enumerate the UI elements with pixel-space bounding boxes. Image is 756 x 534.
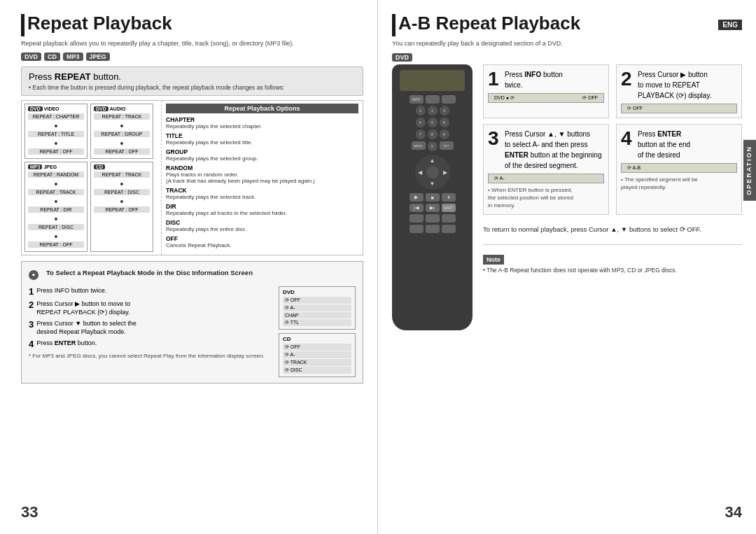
- title-bar-left: [21, 14, 24, 36]
- press-repeat-note: • Each time the button is pressed during…: [29, 84, 356, 91]
- left-title: Repeat Playback: [27, 13, 172, 34]
- dvd-v-opt2: REPEAT : TITLE: [28, 131, 84, 137]
- remote-btn-3: [442, 95, 456, 104]
- cd-opt3: REPEAT : OFF: [94, 206, 150, 213]
- mp3-opt3: REPEAT : DIR: [28, 206, 84, 213]
- badge-jpeg: JPEG: [86, 52, 110, 61]
- right-header: A-B Repeat Playback ENG: [392, 13, 742, 37]
- remote-return-btn: RET: [440, 141, 454, 150]
- step-right-4: 4 Press ENTERbutton at the endof the des…: [616, 124, 742, 215]
- cd-panel: CD ⟳ OFF ⟳ A- ⟳ TRACK ⟳ DISC: [279, 333, 356, 377]
- remote-extra-3: [442, 214, 456, 223]
- cd-opt2: REPEAT : DISC: [94, 189, 150, 195]
- remote-menu-btn: MENU: [412, 141, 426, 150]
- dvd-audio-box: DVD AUDIO REPEAT : TRACK • REPEAT : GROU…: [90, 104, 153, 159]
- remote-num-3: 3: [440, 106, 449, 115]
- remote-prev: |◀: [410, 204, 424, 212]
- press-repeat-box: Press REPEAT button. • Each time the but…: [21, 66, 363, 96]
- remote-num-7: 7: [416, 129, 426, 139]
- remote-btn-1: INFO: [410, 95, 424, 104]
- mp3-opt5: REPEAT : OFF: [28, 241, 84, 248]
- badge-cd: CD: [44, 52, 60, 61]
- remote-area: INFO 1 2 3 4 5 6 7 8 9: [392, 64, 476, 330]
- remote-control: INFO 1 2 3 4 5 6 7 8 9: [392, 64, 472, 330]
- mp3-opt2: REPEAT : TRACK: [28, 189, 84, 195]
- left-subtitle: Repeat playback allows you to repeatedly…: [21, 40, 363, 47]
- opt-group: GROUP Repeatedly plays the selected grou…: [166, 148, 358, 162]
- dvd-audio-title: DVD AUDIO: [94, 106, 150, 111]
- remote-extra-5: [426, 225, 440, 233]
- badge-mp3: MP3: [63, 52, 83, 61]
- remote-num-5: 5: [428, 118, 438, 127]
- options-list: Repeat Playback Options CHAPTER Repeated…: [162, 101, 363, 255]
- dvd-row: DVD VIDEO REPEAT : CHAPTER • REPEAT : TI…: [24, 104, 158, 159]
- step-1: 1 Press INFO button twice.: [29, 286, 272, 297]
- remote-extra-1: [410, 214, 424, 223]
- display-panels: DVD ⟳ OFF ⟳ A- CHAP ⟳ TTL CD ⟳ OFF ⟳ A- …: [279, 286, 356, 377]
- mp3-opt4: REPEAT : DISC: [28, 224, 84, 230]
- step2-display: ⟳ OFF: [621, 104, 737, 113]
- remote-btn-2: [426, 95, 440, 104]
- mp3-jpeg-box: MP3 JPEG REPEAT : RANDOM • REPEAT : TRAC…: [24, 162, 88, 252]
- info-box-content: 1 Press INFO button twice. 2 Press Curso…: [29, 286, 356, 377]
- steps-3-4: 3 Press Cursor ▲, ▼ buttonsto select A- …: [483, 124, 742, 215]
- opt-title: TITLE Repeatedly plays the selected titl…: [166, 132, 358, 146]
- dvd-video-box: DVD VIDEO REPEAT : CHAPTER • REPEAT : TI…: [24, 104, 88, 159]
- cd-title: CD: [94, 164, 150, 169]
- badge-dvd: DVD: [21, 52, 41, 61]
- opt-disc: DISC Repeatedly plays the entire disc.: [166, 219, 358, 232]
- return-note: To return to normal playback, press Curs…: [483, 225, 742, 234]
- step4-note: • The specified segment will beplayed re…: [621, 176, 737, 191]
- page-left: Repeat Playback Repeat playback allows y…: [0, 0, 378, 534]
- remote-dpad: ▲ ▼ ◀ ▶: [415, 155, 450, 190]
- options-title: Repeat Playback Options: [166, 104, 358, 113]
- remote-num-4: 4: [416, 118, 426, 127]
- step4-display: ⟳ A-B: [621, 163, 737, 173]
- remote-next: ▶|: [426, 204, 440, 212]
- remote-num-8: 8: [428, 129, 438, 139]
- circle-icon: ●: [29, 270, 38, 280]
- remote-extra-6: [442, 225, 456, 233]
- remote-screen: [400, 70, 465, 91]
- mp3-jpeg-title: MP3 JPEG: [28, 164, 84, 169]
- remote-top-btns: INFO: [396, 95, 468, 104]
- footnote: * For MP3 and JPEG discs, you cannot sel…: [29, 353, 272, 359]
- cd-opt1: REPEAT : TRACK: [94, 171, 150, 178]
- info-box-header: ● To Select a Repeat Playback Mode in th…: [29, 267, 356, 282]
- opt-random: RANDOM Plays tracks in random order.(A t…: [166, 164, 358, 184]
- steps-col: 1 Press INFO button twice. 2 Press Curso…: [29, 286, 272, 377]
- mp3-cd-row: MP3 JPEG REPEAT : RANDOM • REPEAT : TRAC…: [24, 162, 158, 252]
- step3-note: • When ENTER button is pressed,the selec…: [488, 186, 604, 210]
- dvd-video-title: DVD VIDEO: [28, 106, 84, 111]
- opt-off: OFF Cancels Repeat Playback.: [166, 235, 358, 248]
- opt-dir: DIR Repeatedly plays all tracks in the s…: [166, 203, 358, 216]
- repeat-options-area: DVD VIDEO REPEAT : CHAPTER • REPEAT : TI…: [21, 100, 363, 255]
- remote-num-6: 6: [440, 118, 449, 127]
- opt-chapter: CHAPTER Repeatedly plays the selected ch…: [166, 116, 358, 129]
- separator: [483, 244, 742, 245]
- step-right-3: 3 Press Cursor ▲, ▼ buttonsto select A- …: [483, 124, 609, 215]
- title-bar-right: [392, 14, 396, 36]
- dvd-a-opt3: REPEAT : OFF: [94, 148, 150, 155]
- page-number-right: 34: [725, 503, 742, 521]
- dvd-a-opt2: REPEAT : GROUP: [94, 131, 150, 137]
- diagrams-area: DVD VIDEO REPEAT : CHAPTER • REPEAT : TI…: [22, 101, 162, 255]
- right-title: A-B Repeat Playback: [398, 13, 580, 34]
- remote-stop: ■: [426, 193, 440, 202]
- remote-num-2: 2: [428, 106, 438, 115]
- remote-extra-2: [426, 214, 440, 223]
- remote-pause: ⏸: [442, 193, 456, 202]
- remote-enter: ENT: [442, 204, 456, 212]
- note-content: • The A-B Repeat function does not opera…: [483, 267, 742, 274]
- page-number-left: 33: [21, 503, 38, 521]
- dvd-v-opt1: REPEAT : CHAPTER: [28, 113, 84, 120]
- steps-1-2: 1 Press INFO buttontwice. DVD ● ⟳⟳ OFF 2…: [483, 64, 742, 118]
- remote-num-0: 0: [428, 141, 438, 151]
- note-section: Note • The A-B Repeat function does not …: [483, 255, 742, 274]
- info-box-title: To Select a Repeat Playback Mode in the …: [42, 267, 257, 278]
- dvd-a-opt1: REPEAT : TRACK: [94, 113, 150, 120]
- step-3: 3 Press Cursor ▼ button to select thedes…: [29, 319, 272, 337]
- right-main: INFO 1 2 3 4 5 6 7 8 9: [392, 64, 742, 330]
- step1-display: DVD ● ⟳⟳ OFF: [488, 93, 604, 103]
- press-repeat-label: Press REPEAT button.: [29, 71, 356, 82]
